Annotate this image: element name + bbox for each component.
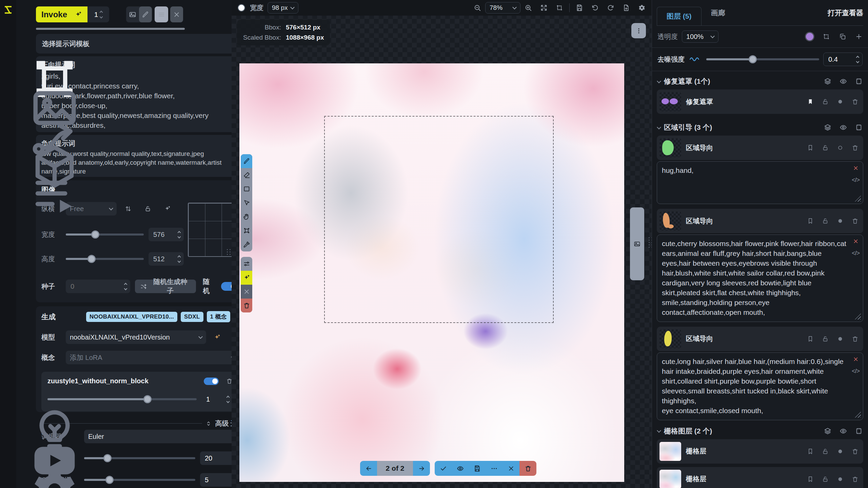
- lock-aspect-icon[interactable]: [144, 205, 151, 212]
- swap-dimensions-icon[interactable]: [125, 205, 132, 212]
- bookmark-icon[interactable]: [807, 448, 814, 455]
- code-embed-icon[interactable]: </>: [852, 177, 860, 184]
- lock-icon[interactable]: [822, 218, 829, 224]
- support-icon[interactable]: [4, 406, 13, 415]
- queue-count-stepper[interactable]: 1: [87, 6, 109, 22]
- fit-to-canvas-icon[interactable]: [540, 4, 548, 12]
- width-stepper[interactable]: 576: [149, 228, 184, 241]
- panel-menu-button[interactable]: [155, 6, 168, 22]
- seed-input[interactable]: [66, 280, 130, 293]
- remove-prompt-icon[interactable]: [853, 165, 859, 171]
- remove-prompt-icon[interactable]: [853, 238, 859, 244]
- lock-icon[interactable]: [822, 144, 829, 151]
- raster-layer-1-row[interactable]: 栅格层: [657, 439, 863, 464]
- fit-layer-icon[interactable]: [823, 33, 830, 40]
- invoke-button[interactable]: Invoke: [36, 6, 87, 22]
- gallery-drawer-toggle[interactable]: [630, 207, 644, 280]
- resize-handle[interactable]: [855, 196, 861, 202]
- merge-layers-icon[interactable]: [824, 124, 831, 131]
- save-staged-image-button[interactable]: [469, 461, 486, 476]
- youtube-icon[interactable]: [4, 435, 13, 444]
- region-3-prompt-box[interactable]: cute,long hair,silver hair,blue hair,(me…: [657, 352, 863, 420]
- height-slider[interactable]: [66, 258, 144, 260]
- resize-handle[interactable]: [855, 313, 861, 320]
- toggle-preview-button[interactable]: [452, 461, 469, 476]
- duplicate-layer-icon[interactable]: [839, 33, 846, 40]
- lora-weight-slider[interactable]: [47, 398, 197, 400]
- filter-tool[interactable]: [241, 257, 252, 271]
- save-canvas-icon[interactable]: [576, 4, 583, 12]
- settings-icon[interactable]: [4, 464, 13, 473]
- raster-layer-2-row[interactable]: 栅格层: [657, 467, 863, 488]
- tab-gallery[interactable]: 画廊: [702, 3, 735, 22]
- frame-icon[interactable]: [855, 124, 863, 131]
- raster-layers-section-header[interactable]: 栅格图层 (2 个): [657, 425, 863, 439]
- rect-tool[interactable]: [241, 182, 252, 196]
- next-image-button[interactable]: [413, 461, 430, 476]
- region-3-prompt-text[interactable]: cute,long hair,silver hair,blue hair,(me…: [662, 357, 848, 416]
- resize-handle[interactable]: [855, 412, 861, 418]
- prompt-template-select[interactable]: 选择提示词模板: [36, 34, 244, 54]
- panel-close-button[interactable]: [170, 6, 183, 22]
- zoom-in-icon[interactable]: [525, 4, 532, 12]
- accept-image-button[interactable]: [435, 461, 452, 476]
- enabled-dot-icon[interactable]: [837, 144, 844, 151]
- delete-layer-icon[interactable]: [852, 98, 859, 105]
- nav-gallery-icon[interactable]: [4, 83, 13, 92]
- code-embed-icon[interactable]: </>: [852, 250, 860, 257]
- delete-layer-icon[interactable]: [852, 448, 859, 455]
- enabled-dot-icon[interactable]: [837, 218, 844, 224]
- panel-resize-grip[interactable]: [227, 249, 231, 255]
- brush-tool[interactable]: [241, 154, 252, 168]
- region-2-prompt-text[interactable]: cute,cherry blossoms,hair flower,pink fl…: [662, 239, 848, 318]
- open-viewer-link[interactable]: 打开查看器: [828, 8, 863, 18]
- enabled-dot-icon[interactable]: [837, 448, 844, 455]
- zoom-level-select[interactable]: 78%: [485, 2, 520, 14]
- lora-enabled-toggle[interactable]: [204, 378, 219, 385]
- visibility-icon[interactable]: [840, 124, 847, 131]
- cancel-tool[interactable]: [241, 285, 252, 299]
- bookmark-icon[interactable]: [807, 144, 814, 151]
- scheduler-select[interactable]: Euler: [84, 430, 244, 443]
- canvas-brush-mode-button[interactable]: [139, 6, 152, 22]
- color-swatch[interactable]: [805, 32, 814, 41]
- remove-prompt-icon[interactable]: [853, 356, 859, 362]
- prev-image-button[interactable]: [360, 461, 377, 476]
- eyedropper-tool[interactable]: [241, 238, 252, 251]
- advanced-collapse-icon[interactable]: [205, 421, 212, 427]
- model-select[interactable]: noobaiXLNAIXL_vPred10Version: [66, 330, 206, 344]
- randomize-seed-button[interactable]: 随机生成种子: [135, 280, 196, 293]
- inpaint-mask-section-header[interactable]: 修复遮罩 (1个): [657, 71, 863, 89]
- visibility-icon[interactable]: [840, 427, 847, 435]
- discard-all-button[interactable]: [519, 461, 536, 476]
- zoom-out-icon[interactable]: [474, 4, 481, 12]
- canvas-context-menu-button[interactable]: [631, 23, 646, 38]
- lora-weight-stepper[interactable]: 1: [201, 392, 233, 406]
- new-layer-from-canvas-icon[interactable]: [623, 4, 630, 12]
- delete-tool[interactable]: [241, 299, 252, 312]
- lock-icon[interactable]: [822, 336, 829, 342]
- delete-layer-icon[interactable]: [852, 336, 859, 342]
- enabled-dot-icon[interactable]: [837, 98, 844, 105]
- discard-image-button[interactable]: [502, 461, 519, 476]
- height-stepper[interactable]: 512: [149, 252, 184, 266]
- frame-icon[interactable]: [855, 78, 863, 85]
- viewer-image-mode-button[interactable]: [126, 6, 139, 22]
- opacity-select[interactable]: 100%: [682, 30, 718, 43]
- redo-icon[interactable]: [607, 4, 614, 12]
- width-slider[interactable]: [66, 233, 144, 236]
- delete-layer-icon[interactable]: [852, 476, 859, 483]
- inpaint-mask-layer-row[interactable]: 修复遮罩: [657, 89, 863, 114]
- visibility-icon[interactable]: [840, 78, 847, 85]
- regional-guidance-section-header[interactable]: 区域引导 (3 个): [657, 117, 863, 136]
- undo-icon[interactable]: [591, 4, 599, 12]
- model-default-settings-icon[interactable]: [214, 334, 221, 341]
- nav-queue-icon[interactable]: [4, 170, 13, 179]
- merge-layers-icon[interactable]: [824, 427, 831, 435]
- denoise-slider[interactable]: [706, 58, 819, 60]
- lock-icon[interactable]: [822, 448, 829, 455]
- transform-tool[interactable]: [241, 224, 252, 238]
- pan-tool[interactable]: [241, 210, 252, 224]
- region-3-row[interactable]: 区域导向: [657, 327, 863, 351]
- invoke-region-tool[interactable]: [241, 271, 252, 285]
